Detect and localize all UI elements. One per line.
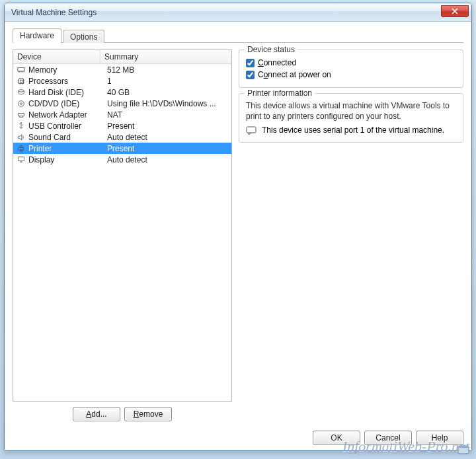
device-summary: Present	[103, 144, 229, 153]
net-icon	[16, 110, 26, 120]
device-name: Display	[28, 155, 103, 164]
device-summary: Auto detect	[103, 155, 229, 164]
printer-note: This device uses serial port 1 of the vi…	[246, 125, 456, 135]
settings-window: Virtual Machine Settings Hardware Option…	[4, 3, 472, 451]
window-title: Virtual Machine Settings	[11, 8, 97, 17]
device-name: Memory	[28, 65, 103, 75]
printer-icon	[16, 144, 26, 153]
printer-info-group: Printer information This device allows a…	[239, 93, 463, 143]
device-row[interactable]: Sound CardAuto detect	[13, 131, 231, 143]
device-summary: Auto detect	[103, 133, 229, 142]
device-row[interactable]: CD/DVD (IDE)Using file H:\DVDs\Windows .…	[13, 98, 231, 109]
cpu-icon	[16, 77, 26, 86]
ok-button[interactable]: OK	[313, 431, 360, 445]
device-summary: NAT	[103, 110, 229, 120]
list-header: Device Summary	[13, 50, 231, 64]
connect-poweron-label[interactable]: Connect at power on	[258, 70, 331, 79]
device-name: USB Controller	[28, 122, 103, 131]
device-summary: 1	[103, 77, 229, 86]
printer-info-legend: Printer information	[245, 88, 315, 98]
device-status-group: Device status Connected Connect at power…	[239, 50, 463, 88]
device-summary: 512 MB	[103, 65, 229, 75]
client-area: Hardware Options Device Summary Memory51…	[5, 22, 471, 450]
hdd-icon	[16, 88, 26, 97]
device-name: Processors	[28, 77, 103, 86]
column-header-summary[interactable]: Summary	[100, 50, 231, 63]
device-row[interactable]: Processors1	[13, 75, 231, 87]
device-status-legend: Device status	[245, 45, 298, 54]
add-button[interactable]: Add...	[73, 407, 120, 421]
tabstrip: Hardware Options	[13, 28, 463, 43]
device-row[interactable]: Network AdapterNAT	[13, 109, 231, 120]
tab-options[interactable]: Options	[63, 30, 104, 43]
connected-label[interactable]: Connected	[258, 58, 296, 67]
device-list: Device Summary Memory512 MBProcessors1Ha…	[13, 50, 232, 402]
memory-icon	[16, 65, 26, 75]
device-rows: Memory512 MBProcessors1Hard Disk (IDE)40…	[13, 64, 231, 401]
connect-poweron-checkbox[interactable]	[246, 71, 255, 79]
close-icon	[452, 8, 458, 15]
device-row[interactable]: PrinterPresent	[13, 143, 231, 154]
device-buttons: Add... Remove	[13, 402, 232, 421]
printer-info-text: This device allows a virtual machine wit…	[246, 100, 456, 122]
right-panel: Device status Connected Connect at power…	[239, 50, 463, 421]
device-name: Hard Disk (IDE)	[28, 88, 103, 97]
connected-checkbox[interactable]	[246, 59, 255, 67]
display-icon	[16, 155, 26, 164]
device-row[interactable]: Memory512 MB	[13, 64, 231, 75]
device-row[interactable]: DisplayAuto detect	[13, 154, 231, 165]
column-header-device[interactable]: Device	[13, 50, 100, 63]
device-name: Network Adapter	[28, 110, 103, 120]
left-panel: Device Summary Memory512 MBProcessors1Ha…	[13, 50, 232, 421]
device-summary: Present	[103, 122, 229, 131]
remove-button[interactable]: Remove	[124, 407, 172, 421]
device-row[interactable]: Hard Disk (IDE)40 GB	[13, 87, 231, 98]
close-button[interactable]	[441, 5, 469, 17]
cancel-button[interactable]: Cancel	[364, 431, 412, 445]
device-row[interactable]: USB ControllerPresent	[13, 120, 231, 131]
dialog-footer: OK Cancel Help	[13, 427, 463, 445]
device-name: Sound Card	[28, 133, 103, 142]
tab-content: Device Summary Memory512 MBProcessors1Ha…	[13, 43, 463, 421]
printer-note-text: This device uses serial port 1 of the vi…	[262, 125, 444, 135]
device-name: CD/DVD (IDE)	[28, 99, 103, 108]
device-name: Printer	[28, 144, 103, 153]
titlebar[interactable]: Virtual Machine Settings	[5, 3, 471, 22]
svg-rect-0	[247, 127, 256, 133]
tab-hardware[interactable]: Hardware	[13, 28, 61, 43]
help-button[interactable]: Help	[416, 431, 463, 445]
sound-icon	[16, 133, 26, 142]
device-summary: Using file H:\DVDs\Windows ...	[103, 99, 229, 108]
usb-icon	[16, 122, 26, 131]
device-summary: 40 GB	[103, 88, 229, 97]
speech-bubble-icon	[246, 126, 258, 135]
cd-icon	[16, 99, 26, 108]
